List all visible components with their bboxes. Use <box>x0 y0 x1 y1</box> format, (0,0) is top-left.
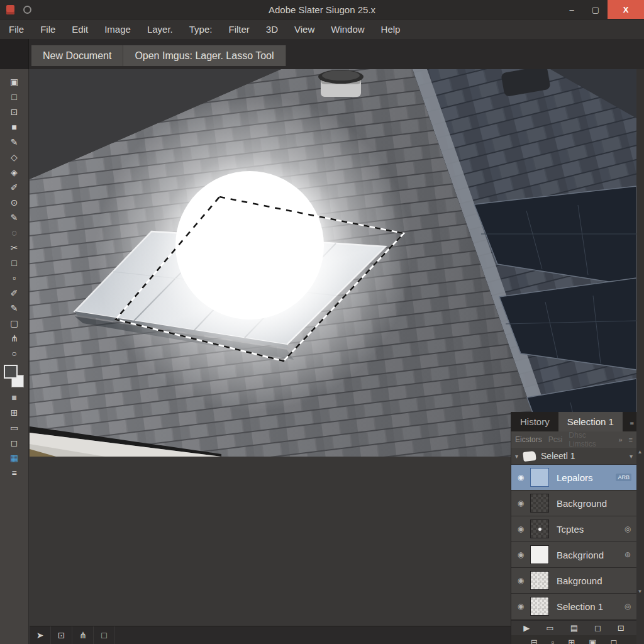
shape-icon[interactable]: ◻ <box>594 623 601 633</box>
small-square-icon[interactable]: ▫ <box>552 638 555 644</box>
layer-thumbnail[interactable] <box>530 519 549 538</box>
group-name[interactable]: Seleetl 1 <box>541 451 625 461</box>
eye-icon[interactable]: ◉ <box>511 602 530 611</box>
ellipse-tool[interactable]: ○ <box>5 346 24 361</box>
tab-history[interactable]: History <box>511 412 558 431</box>
eraser-tool[interactable]: ◇ <box>5 150 24 165</box>
column-tool[interactable]: ⋔ <box>5 331 24 346</box>
menu-help[interactable]: Help <box>381 24 401 35</box>
scroll-up-icon[interactable]: ▲ <box>636 449 643 455</box>
layer-thumbnail[interactable] <box>530 545 549 564</box>
layer-row-tcptes[interactable]: ◉ Tcptes ◎ <box>511 516 636 542</box>
ink-pen-tool[interactable]: ✎ <box>5 301 24 316</box>
rectangle-tool-3[interactable]: ▫ <box>5 270 24 286</box>
layer-row-background-3[interactable]: ◉ Bakground <box>511 568 636 594</box>
smudge-tool[interactable]: ✐ <box>5 286 24 301</box>
zoom-tool[interactable]: ⊙ <box>5 195 24 210</box>
monitor-icon[interactable]: ⊟ <box>531 638 538 644</box>
panel-menu-icon[interactable]: ≡ <box>630 419 634 427</box>
filter-mode-label[interactable]: Pcsi <box>548 435 563 444</box>
rectangle-select-tool[interactable]: □ <box>5 89 24 104</box>
scroll-down-icon[interactable]: ▼ <box>636 589 643 594</box>
layer-thumbnail[interactable] <box>530 468 549 487</box>
maximize-button[interactable]: ▢ <box>584 0 608 19</box>
pen-tool[interactable]: ✎ <box>5 135 24 150</box>
layer-thumbnail[interactable] <box>530 571 549 590</box>
menu-file-2[interactable]: File <box>40 24 55 35</box>
layer-name[interactable]: Lepalors <box>557 472 616 483</box>
brush-tool[interactable]: ✐ <box>5 180 24 195</box>
lasso-tool[interactable]: ◌ <box>5 225 24 240</box>
menu-file[interactable]: File <box>9 24 24 35</box>
eye-icon[interactable]: ◉ <box>511 499 530 508</box>
crop-tool[interactable]: ⊡ <box>5 104 24 119</box>
new-document-button[interactable]: New Document <box>31 45 123 66</box>
menu-image[interactable]: Image <box>104 24 131 35</box>
eye-outline-icon[interactable]: ◎ <box>619 602 636 611</box>
layer-name[interactable]: Backgriond <box>557 550 619 560</box>
target-icon[interactable]: ⊕ <box>619 550 636 559</box>
layer-name[interactable]: Tcptes <box>557 524 619 535</box>
tab-selection-1[interactable]: Selection 1 <box>558 412 623 431</box>
layer-row-background-1[interactable]: ◉ Background <box>511 491 636 516</box>
layer-thumbnail[interactable] <box>530 494 549 513</box>
grid-tool[interactable]: ⊞ <box>5 405 24 420</box>
eye-icon[interactable]: ◉ <box>511 550 530 559</box>
fill-rectangle-tool[interactable]: ■ <box>5 119 24 135</box>
menu-layer[interactable]: Layer. <box>147 24 173 35</box>
eye-icon[interactable]: ◉ <box>511 576 530 585</box>
anchor-icon[interactable]: ⋔ <box>72 626 94 644</box>
open-images-button[interactable]: Open Imgus: Lager. Lasso Tool <box>123 45 286 66</box>
color-swatches[interactable] <box>4 365 25 387</box>
move-cursor-icon[interactable]: ▶ <box>523 623 530 633</box>
menu-view[interactable]: View <box>294 24 314 35</box>
minimize-button[interactable]: – <box>560 0 584 19</box>
panel-scrollbar[interactable]: ▲ ▼ <box>636 69 644 644</box>
roof-photo[interactable] <box>30 69 636 457</box>
rounded-rect-tool[interactable]: ▢ <box>5 316 24 331</box>
eye-outline-icon[interactable]: ◎ <box>619 525 636 533</box>
filter-kind-label[interactable]: Eicstors <box>515 435 542 444</box>
frame-icon[interactable]: ⊡ <box>618 623 625 633</box>
menu-bar: File File Edit Image Layer. Type: Filter… <box>0 19 644 39</box>
layer-name[interactable]: Bakground <box>557 575 636 586</box>
menu-window[interactable]: Window <box>331 24 364 35</box>
heal-tool[interactable]: ✂ <box>5 240 24 255</box>
trash-icon[interactable]: ▤ <box>570 623 578 633</box>
dashed-rect-tool[interactable]: ◻ <box>5 435 24 450</box>
curve-pen-tool[interactable]: ✎ <box>5 210 24 225</box>
menu-type[interactable]: Type: <box>189 24 213 35</box>
gray-square-tool[interactable]: ■ <box>5 390 24 405</box>
cursor-icon[interactable]: ➤ <box>30 626 51 644</box>
eye-icon[interactable]: ◉ <box>511 473 530 482</box>
calendar-icon[interactable]: ▣ <box>589 638 596 644</box>
list-tool[interactable]: ≡ <box>5 465 24 480</box>
eraser-tool-2[interactable]: ◈ <box>5 165 24 180</box>
layer-row-selection-1[interactable]: ◉ Selection 1 ◎ <box>511 594 636 619</box>
square-icon[interactable]: □ <box>94 626 115 644</box>
group-caret-icon[interactable]: ▾ <box>630 453 633 460</box>
layer-row-background-2[interactable]: ◉ Backgriond ⊕ <box>511 542 636 568</box>
marquee-tool[interactable]: ▣ <box>5 74 24 89</box>
blue-grid-tool[interactable]: ▦ <box>5 450 24 465</box>
layers-icon[interactable]: ⊞ <box>568 638 575 644</box>
close-button[interactable]: X <box>608 0 644 19</box>
layer-name[interactable]: Background <box>557 498 636 509</box>
rectangle-icon[interactable]: ▭ <box>546 623 553 633</box>
menu-edit[interactable]: Edit <box>72 24 88 35</box>
filter-menu-icon[interactable]: ≡ <box>629 436 633 443</box>
filter-arrow-icon[interactable]: » <box>618 436 622 443</box>
layer-name[interactable]: Selection 1 <box>557 601 619 612</box>
layer-thumbnail[interactable] <box>530 597 549 616</box>
menu-3d[interactable]: 3D <box>266 24 278 35</box>
rectangle-tool-2[interactable]: □ <box>5 255 24 270</box>
layer-row-lepalors[interactable]: ◉ Lepalors ARB <box>511 465 636 491</box>
rect-outline-tool[interactable]: ▭ <box>5 420 24 435</box>
foreground-color-swatch[interactable] <box>4 365 18 379</box>
bag-icon[interactable]: ◻ <box>610 638 617 644</box>
eye-icon[interactable]: ◉ <box>511 525 530 533</box>
chevron-down-icon[interactable]: ▾ <box>515 453 518 460</box>
layer-group-row[interactable]: ▾ Seleetl 1 ▾ <box>511 448 636 465</box>
menu-filter[interactable]: Filter <box>228 24 249 35</box>
dashed-selection-icon[interactable]: ⊡ <box>51 626 72 644</box>
